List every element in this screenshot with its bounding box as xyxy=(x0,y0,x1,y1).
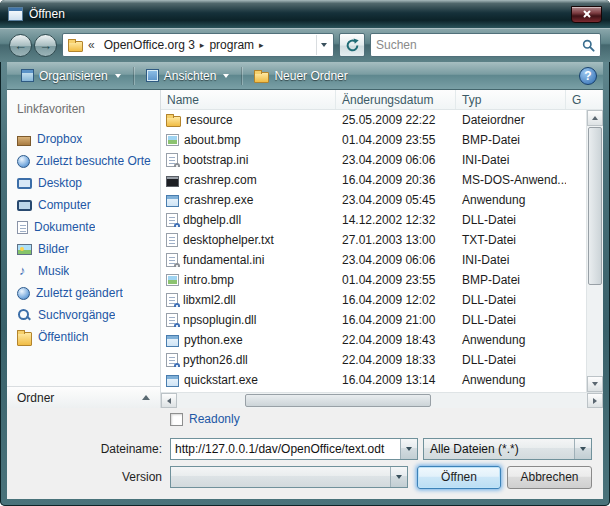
file-row[interactable]: npsoplugin.dll16.04.2009 21:00DLL-Datei xyxy=(161,310,586,330)
file-row[interactable]: crashrep.exe23.04.2009 05:45Anwendung xyxy=(161,190,586,210)
filetype-dropdown-icon[interactable] xyxy=(574,439,591,459)
document-icon xyxy=(17,221,28,234)
sidebar-item-label: Dropbox xyxy=(37,132,82,146)
file-row[interactable]: fundamental.ini23.04.2009 06:06INI-Datei xyxy=(161,250,586,270)
file-type: Anwendung xyxy=(456,193,566,207)
exe-file-icon xyxy=(166,375,179,387)
scroll-left-button[interactable] xyxy=(161,393,177,408)
column-header-size[interactable]: G xyxy=(566,90,603,109)
sidebar-item[interactable]: Desktop xyxy=(17,172,160,194)
sidebar-item[interactable]: Zuletzt geändert xyxy=(17,282,160,304)
file-type: INI-Datei xyxy=(456,153,566,167)
column-header-date[interactable]: Änderungsdatum xyxy=(336,90,456,109)
vertical-scrollbar[interactable] xyxy=(586,110,603,392)
exe-file-icon xyxy=(166,335,179,347)
views-button[interactable]: Ansichten xyxy=(138,66,238,86)
file-type: Dateiordner xyxy=(456,113,566,127)
file-row[interactable]: quickstart.exe16.04.2009 13:14Anwendung xyxy=(161,370,586,390)
filename-combobox[interactable] xyxy=(170,438,418,460)
column-header-name[interactable]: Name xyxy=(161,90,336,109)
dll-file-icon xyxy=(166,293,178,307)
file-row[interactable]: about.bmp01.04.2009 23:55BMP-Datei xyxy=(161,130,586,150)
vertical-scroll-thumb[interactable] xyxy=(588,127,602,285)
scroll-right-button[interactable] xyxy=(587,393,603,408)
file-row[interactable]: crashrep.com16.04.2009 20:36MS-DOS-Anwen… xyxy=(161,170,586,190)
scroll-down-button[interactable] xyxy=(587,376,603,392)
file-modified-date: 01.04.2009 23:55 xyxy=(336,133,456,147)
file-row[interactable]: bootstrap.ini23.04.2009 06:06INI-Datei xyxy=(161,150,586,170)
readonly-checkbox[interactable] xyxy=(170,413,183,426)
file-row[interactable]: libxml2.dll16.04.2009 12:02DLL-Datei xyxy=(161,290,586,310)
file-row[interactable]: desktophelper.txt27.01.2003 13:00TXT-Dat… xyxy=(161,230,586,250)
sidebar-item[interactable]: Dropbox xyxy=(17,128,160,150)
filetype-select[interactable]: Alle Dateien (*.*) xyxy=(423,438,592,460)
file-name: bootstrap.ini xyxy=(183,153,248,167)
sidebar-item-label: Musik xyxy=(38,264,69,278)
breadcrumb[interactable]: « OpenOffice.org 3▸program▸ xyxy=(62,33,334,57)
new-folder-button[interactable]: Neuer Ordner xyxy=(246,66,355,86)
new-folder-icon xyxy=(254,72,269,83)
window-title: Öffnen xyxy=(29,7,65,21)
titlebar[interactable]: Öffnen xyxy=(0,0,610,28)
refresh-button[interactable] xyxy=(339,33,365,57)
version-dropdown-icon[interactable] xyxy=(390,467,407,487)
file-modified-date: 01.04.2009 23:55 xyxy=(336,273,456,287)
forward-button[interactable]: → xyxy=(34,34,57,57)
bmp-file-icon xyxy=(166,274,179,286)
search-box[interactable] xyxy=(370,33,601,57)
triangle-left-icon xyxy=(167,398,171,404)
open-button[interactable]: Öffnen xyxy=(417,466,501,489)
breadcrumb-separator-icon[interactable]: ▸ xyxy=(258,40,265,50)
scroll-up-button[interactable] xyxy=(587,110,603,126)
readonly-label: Readonly xyxy=(189,412,240,426)
views-icon xyxy=(146,69,159,82)
sidebar-item[interactable]: Suchvorgänge xyxy=(17,304,160,326)
file-type: DLL-Datei xyxy=(456,213,566,227)
file-row[interactable]: resource25.05.2009 22:22Dateiordner xyxy=(161,110,586,130)
cancel-button[interactable]: Abbrechen xyxy=(507,466,592,489)
file-modified-date: 22.04.2009 18:43 xyxy=(336,333,456,347)
triangle-up-icon xyxy=(592,116,598,120)
file-row[interactable]: dbghelp.dll14.12.2002 12:32DLL-Datei xyxy=(161,210,586,230)
readonly-option: Readonly xyxy=(170,412,240,426)
filename-input[interactable] xyxy=(175,440,398,458)
file-row[interactable]: python.exe22.04.2009 18:43Anwendung xyxy=(161,330,586,350)
search-input[interactable] xyxy=(376,38,582,52)
file-modified-date: 23.04.2009 06:06 xyxy=(336,253,456,267)
main-area: Linkfavoriten DropboxZuletzt besuchte Or… xyxy=(7,90,603,408)
column-header-type[interactable]: Typ xyxy=(456,90,566,109)
chevron-up-icon xyxy=(142,395,150,400)
back-button[interactable]: ← xyxy=(9,34,32,57)
organize-button[interactable]: Organisieren xyxy=(13,66,129,86)
bmp-file-icon xyxy=(166,134,179,146)
file-type: INI-Datei xyxy=(456,253,566,267)
address-dropdown-icon[interactable] xyxy=(316,35,331,55)
file-row[interactable]: intro.bmp01.04.2009 23:55BMP-Datei xyxy=(161,270,586,290)
sidebar-item[interactable]: Musik xyxy=(17,260,160,282)
horizontal-scrollbar[interactable] xyxy=(161,392,603,408)
close-button[interactable] xyxy=(571,6,602,23)
help-button[interactable]: ? xyxy=(579,67,597,85)
triangle-down-icon xyxy=(592,382,598,386)
version-select[interactable] xyxy=(170,466,408,488)
file-type: BMP-Datei xyxy=(456,273,566,287)
filename-row: Dateiname: Alle Dateien (*.*) xyxy=(7,438,603,460)
breadcrumb-item[interactable]: program xyxy=(205,37,258,53)
sidebar-item-label: Suchvorgänge xyxy=(38,308,115,322)
breadcrumb-overflow[interactable]: « xyxy=(86,38,97,52)
file-type: BMP-Datei xyxy=(456,133,566,147)
breadcrumb-item[interactable]: OpenOffice.org 3 xyxy=(100,37,199,53)
filename-dropdown-icon[interactable] xyxy=(400,439,417,459)
folders-expander[interactable]: Ordner xyxy=(7,386,160,408)
chevron-down-icon xyxy=(115,74,121,78)
filename-label: Dateiname: xyxy=(7,438,162,460)
sidebar-item[interactable]: Bilder xyxy=(17,238,160,260)
horizontal-scroll-thumb[interactable] xyxy=(245,394,431,407)
sidebar-item[interactable]: Öffentlich xyxy=(17,326,160,348)
sidebar-item[interactable]: Computer xyxy=(17,194,160,216)
file-name: python26.dll xyxy=(183,353,248,367)
sidebar-item[interactable]: Dokumente xyxy=(17,216,160,238)
toolbar-divider xyxy=(241,67,242,85)
sidebar-item[interactable]: Zuletzt besuchte Orte xyxy=(17,150,160,172)
file-row[interactable]: python26.dll22.04.2009 18:33DLL-Datei xyxy=(161,350,586,370)
